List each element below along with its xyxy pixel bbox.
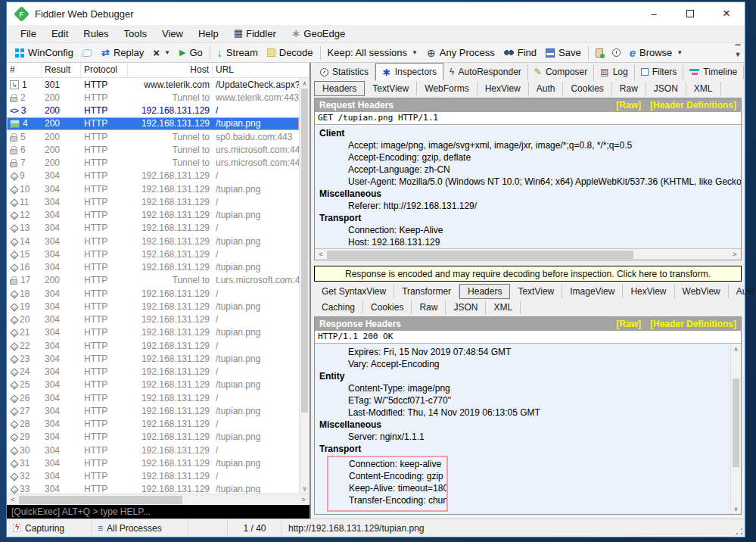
request-tab-raw[interactable]: Raw [612, 82, 646, 95]
toolbar-save-button[interactable]: Save [541, 45, 586, 60]
decode-notice-bar[interactable]: Response is encoded and may require deco… [314, 266, 742, 282]
session-row[interactable]: 32304HTTP192.168.131.129/ [7, 470, 299, 483]
response-tab-caching[interactable]: Caching [314, 301, 363, 314]
request-tab-xml[interactable]: XML [686, 82, 721, 95]
quickexec-input[interactable]: [QuickExec] ALT+Q > type HELP... [7, 505, 310, 519]
column-header-protocol[interactable]: Protocol [81, 63, 128, 77]
scroll-right-icon[interactable]: > [297, 496, 310, 503]
menu-item-tools[interactable]: Tools [117, 26, 154, 42]
tab-statistics[interactable]: Statistics [314, 64, 375, 80]
session-row[interactable]: 19304HTTP192.168.131.129/tupian.png [7, 300, 299, 313]
toolbar-browse-button[interactable]: eBrowse▼ [625, 45, 688, 60]
toolbar-overflow-button[interactable]: ▔▼ [733, 45, 743, 58]
close-button[interactable]: × [708, 2, 745, 25]
clock-button[interactable] [608, 47, 625, 58]
tab-timeline[interactable]: Timeline [683, 64, 744, 80]
request-tab-headers[interactable]: Headers [314, 81, 365, 96]
toolbar-any-process-button[interactable]: ⊕Any Process [422, 45, 499, 60]
toolbar-decode-button[interactable]: Decode [263, 45, 318, 60]
session-row[interactable]: 11304HTTP192.168.131.129/ [7, 195, 299, 208]
toolbar-go-button[interactable]: ▶Go [175, 45, 207, 60]
process-filter[interactable]: ≡ All Processes [92, 519, 188, 537]
tab-log[interactable]: ▤Log [594, 64, 634, 80]
session-row[interactable]: 14304HTTP192.168.131.129/tupian.png [7, 235, 299, 248]
session-row[interactable]: 27304HTTP192.168.131.129/tupian.png [7, 404, 299, 417]
session-row[interactable]: 4200HTTP192.168.131.129/tupian.png [7, 117, 299, 130]
session-row[interactable]: 30304HTTP192.168.131.129/ [7, 444, 299, 456]
session-row[interactable]: 9304HTTP192.168.131.129/ [7, 170, 299, 182]
minimize-button[interactable]: – [636, 2, 672, 25]
toolbar-keep-all-sessions-button[interactable]: Keep: All sessions▼ [323, 45, 422, 60]
tab-autoresponder[interactable]: ϟAutoResponder [443, 64, 528, 80]
response-tab-auth[interactable]: Auth [729, 285, 756, 298]
session-row[interactable]: 31304HTTP192.168.131.129/tupian.png [7, 456, 299, 469]
menu-item-rules[interactable]: Rules [76, 26, 116, 42]
resize-grip[interactable] [735, 527, 744, 536]
session-row[interactable]: 20304HTTP192.168.131.129/ [7, 313, 299, 326]
session-list-horizontal-scrollbar[interactable]: < > [7, 494, 310, 505]
header-definitions-link[interactable]: [Header Definitions] [650, 100, 736, 111]
session-row[interactable]: 22304HTTP192.168.131.129/ [7, 339, 299, 352]
response-tab-imageview[interactable]: ImageView [562, 285, 623, 298]
column-header-url[interactable]: URL [213, 63, 310, 77]
session-row[interactable]: 18304HTTP192.168.131.129/ [7, 287, 299, 300]
menu-item-fiddler[interactable]: ▦Fiddler [226, 26, 284, 42]
response-tab-hexview[interactable]: HexView [623, 285, 674, 298]
menu-item-geoedge[interactable]: ∗GeoEdge [284, 26, 353, 42]
toolbar-replay-button[interactable]: ⇄Replay [97, 45, 148, 60]
session-row[interactable]: 5200HTTPTunnel tosp0.baidu.com:443 [7, 130, 299, 143]
session-row[interactable]: 15304HTTP192.168.131.129/ [7, 248, 299, 260]
scrollbar-thumb[interactable] [19, 496, 182, 504]
scroll-down-icon[interactable]: ∨ [300, 483, 310, 494]
session-row[interactable]: 21304HTTP192.168.131.129/tupian.png [7, 326, 299, 339]
tab-inspectors[interactable]: ∗Inspectors [375, 63, 443, 80]
scrollbar-thumb[interactable] [733, 378, 739, 467]
session-row[interactable]: 23304HTTP192.168.131.129/tupian.png [7, 352, 299, 365]
response-tab-get-syntaxview[interactable]: Get SyntaxView [314, 285, 394, 298]
raw-link[interactable]: [Raw] [616, 319, 641, 329]
request-tab-cookies[interactable]: Cookies [563, 82, 611, 95]
toolbar-stream-button[interactable]: ↓Stream [213, 45, 263, 60]
response-tab-transformer[interactable]: Transformer [394, 285, 459, 298]
session-row[interactable]: 7200HTTPTunnel tours.microsoft.com:443 [7, 157, 299, 170]
session-row[interactable]: 17200HTTPTunnel tot.urs.microsoft.com:4 [7, 274, 299, 287]
menu-item-file[interactable]: File [13, 26, 44, 42]
column-header-host[interactable]: Host [128, 63, 213, 77]
session-row[interactable]: 29304HTTP192.168.131.129/tupian.png [7, 431, 299, 444]
request-horizontal-scrollbar[interactable]: < > [315, 248, 741, 260]
menu-item-help[interactable]: Help [191, 26, 226, 42]
request-tab-hexview[interactable]: HexView [478, 82, 529, 95]
scrollbar-thumb[interactable] [301, 89, 308, 413]
menu-item-view[interactable]: View [154, 26, 191, 42]
tab-composer[interactable]: ✎Composer [528, 64, 594, 80]
response-tab-raw[interactable]: Raw [412, 301, 446, 314]
scroll-left-icon[interactable]: < [315, 251, 327, 258]
response-vertical-scrollbar[interactable]: ∧ ∨ [730, 344, 741, 514]
clipboard-button[interactable] [591, 47, 608, 59]
scroll-down-icon[interactable]: ∨ [731, 503, 741, 514]
request-tab-json[interactable]: JSON [646, 82, 686, 95]
header-definitions-link[interactable]: [Header Definitions] [650, 319, 736, 329]
session-row[interactable]: ↳1301HTTPwww.telerik.com/UpdateCheck.asp… [7, 78, 299, 91]
column-header-result[interactable]: Result [42, 63, 81, 77]
menu-item-edit[interactable]: Edit [44, 26, 76, 42]
scroll-up-icon[interactable]: ∧ [300, 78, 310, 89]
session-row[interactable]: <>3200HTTP192.168.131.129/ [7, 104, 299, 117]
session-list-vertical-scrollbar[interactable]: ∧ ∨ [299, 78, 310, 494]
comment-button[interactable] [78, 48, 97, 58]
session-row[interactable]: 28304HTTP192.168.131.129/ [7, 418, 299, 431]
session-row[interactable]: 25304HTTP192.168.131.129/tupian.png [7, 378, 299, 391]
maximize-button[interactable] [672, 2, 708, 25]
toolbar-find-button[interactable]: Find [499, 45, 541, 60]
session-row[interactable]: 33304HTTP192.168.131.129/tupian.png [7, 483, 299, 494]
request-tab-textview[interactable]: TextView [365, 82, 417, 95]
session-row[interactable]: 13304HTTP192.168.131.129/ [7, 222, 299, 235]
request-tab-auth[interactable]: Auth [529, 82, 564, 95]
scroll-up-icon[interactable]: ∧ [731, 344, 741, 354]
scroll-right-icon[interactable]: > [729, 251, 741, 258]
scrollbar-thumb[interactable] [327, 251, 633, 259]
toolbar-winconfig-button[interactable]: WinConfig [11, 45, 78, 60]
response-tab-headers[interactable]: Headers [459, 284, 510, 299]
session-row[interactable]: 10304HTTP192.168.131.129/tupian.png [7, 182, 299, 195]
session-row[interactable]: 12304HTTP192.168.131.129/tupian.png [7, 209, 299, 222]
